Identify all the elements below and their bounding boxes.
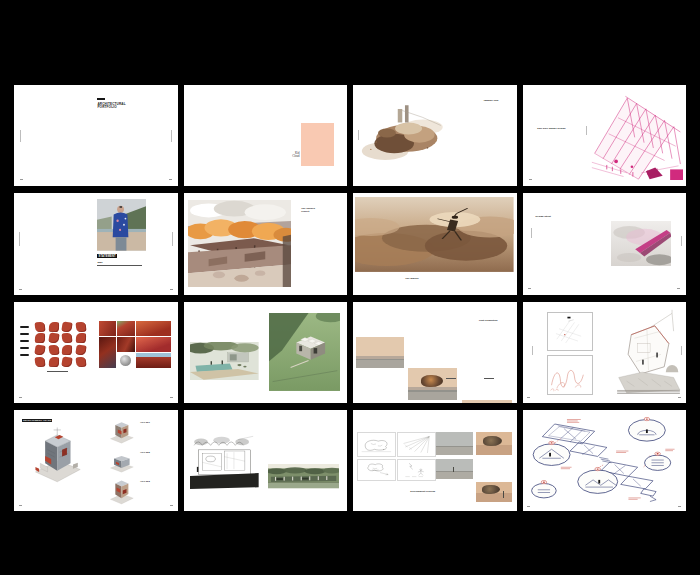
page-number-left [19,397,22,398]
salmon-swatch [301,123,334,166]
components-label-line [47,371,68,372]
warrior-text-col-1 [446,276,469,289]
cover-title: ARCHITECTURAL PORTFOLIO [97,103,125,110]
footer-right [332,397,342,399]
sketch-caption-1 [547,351,560,353]
spread-square-design[interactable]: Dale Dike Square Design [523,85,687,186]
spread-warrior[interactable]: The Warrior [353,193,517,294]
caption-2-title-line [484,378,494,379]
sphere-photo [120,355,131,366]
spread-development-process[interactable]: Development Process [353,410,517,511]
island-blob [421,375,444,387]
caption-1-title-line [446,378,456,379]
edge-text-left [20,130,21,142]
running-head-left [527,306,537,308]
page-number-left [527,397,530,398]
page-number-right [170,289,173,290]
page-number-right [169,179,172,180]
running-head-right [336,306,343,308]
project-title: Kid Cloud [282,152,300,159]
photo-horizon-2 [436,459,473,479]
intent-column-1 [536,228,557,267]
colophon-text-lines [188,156,222,164]
page-number-right [170,397,173,398]
ink-sketch-1 [357,432,396,457]
edge-text-gutter [586,126,587,135]
axon-thumb-2 [106,448,137,474]
page-number-left [527,506,530,507]
aerial-collage-photo [611,221,671,267]
tile-caption-2 [397,481,407,483]
axo-label-2: AXO 002 [140,451,150,454]
axo-notes-1 [140,425,160,431]
spread-imagine-this[interactable]: Imagine This [353,85,517,186]
page-number-right [678,506,681,507]
components-caption-lines [32,376,83,382]
field-axon-render [269,313,341,391]
caption-1-lines [446,381,467,390]
development-years-heading: DEVELOPMENT YEARS [22,419,52,422]
edge-text-right [171,130,172,142]
tower-axon-large [27,425,87,487]
statement-column-1 [97,267,117,287]
axo-label-3: AXO 003 [140,480,150,483]
page-number-right [678,397,681,398]
spread-chosen-project[interactable]: The Chosen Project [184,193,348,294]
spread-section-elevation[interactable] [184,410,348,511]
pavilion-render [188,200,291,287]
bw-section-collage [190,434,259,491]
spread-post-production[interactable]: Post Production [353,302,517,403]
pink-truss-drawing [590,91,683,180]
spread-garden-renders[interactable] [184,302,348,403]
spread-statement[interactable]: STATEMENT 2021 [14,193,178,294]
spread-development-years[interactable]: DEVELOPMENT YEARS [14,410,178,511]
axon-thumb-3 [106,477,137,506]
portfolio-contact-sheet: ARCHITECTURAL PORTFOLIO Kid Cloud [0,0,700,575]
garden-credit-lines [192,385,205,391]
header-text-lines [534,91,559,96]
portrait-photo [97,199,146,251]
cover-mark [97,98,104,100]
warrior-photo [355,197,514,272]
statement-column-2 [121,267,141,290]
axo-notes-3 [140,484,160,490]
page-number-left [19,289,22,290]
red-photo-grid [99,321,171,369]
section-credit-lines [190,494,203,500]
imagine-subtitle-lines [484,104,497,107]
ink-sketch-3 [357,459,396,481]
edge-text-left [532,346,533,355]
running-head-left [188,306,198,308]
cloud-blob [483,436,502,446]
spread-design-intent[interactable]: Design Intent [523,193,687,294]
edge-text-right [681,346,682,355]
post-production-heading: Post Production [479,319,497,322]
caption-2-lines [484,381,505,390]
imagine-paragraph-lines [484,132,509,164]
statement-label: STATEMENT [97,254,117,258]
page-number-right [170,505,173,506]
page-grid: ARCHITECTURAL PORTFOLIO Kid Cloud [14,85,686,511]
photo-cloud-1 [476,432,512,455]
folio-top-right [672,89,682,91]
cabin-section-drawing [603,308,681,397]
plate-empty-horizon [356,337,403,368]
figure-silhouette [453,467,454,472]
spread-colophon[interactable]: Kid Cloud [184,85,348,186]
caption-top-right [151,198,169,202]
tower-caption-lines [30,491,84,499]
elevation-paragraph-lines [269,421,307,440]
warrior-caption: The Warrior [405,277,418,280]
spread-cover[interactable]: ARCHITECTURAL PORTFOLIO [14,85,178,186]
spread-sketch-section[interactable] [523,302,687,403]
spread-plan-callouts[interactable] [523,410,687,511]
statement-year: 2021 [97,261,102,264]
cover-contact-lines [97,116,113,125]
imagine-heading: Imagine This [484,99,499,102]
photo-grid-caption-lines [107,373,161,379]
spread-components[interactable] [14,302,178,403]
chosen-project-heading: The Chosen Project [301,207,315,213]
figure-silhouette [503,491,504,497]
ink-sketch-4 [397,459,436,481]
component-tags [20,326,29,361]
